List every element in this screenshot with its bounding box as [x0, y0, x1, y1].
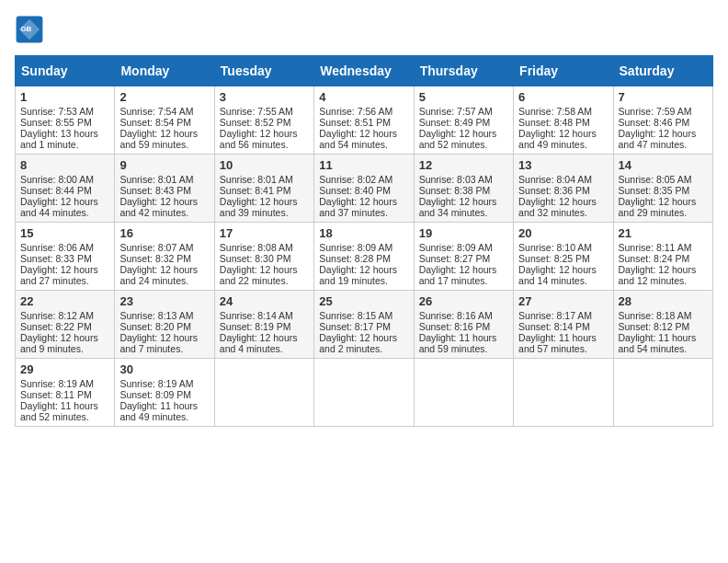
sunrise-text: Sunrise: 7:58 AM	[518, 106, 592, 117]
day-number: 15	[20, 226, 109, 240]
sunset-text: Sunset: 8:30 PM	[220, 253, 291, 264]
sunset-text: Sunset: 8:32 PM	[119, 253, 191, 264]
day-number: 1	[20, 90, 109, 104]
daylight-text: Daylight: 12 hours and 12 minutes.	[619, 264, 697, 286]
sunrise-text: Sunrise: 8:07 AM	[119, 242, 193, 253]
calendar-cell: 6 Sunrise: 7:58 AM Sunset: 8:48 PM Dayli…	[514, 86, 613, 155]
calendar-cell: 16 Sunrise: 8:07 AM Sunset: 8:32 PM Dayl…	[115, 223, 214, 291]
calendar-cell: 10 Sunrise: 8:01 AM Sunset: 8:41 PM Dayl…	[214, 155, 313, 223]
daylight-text: Daylight: 12 hours and 54 minutes.	[319, 128, 397, 150]
day-number: 2	[119, 90, 209, 104]
weekday-header: Thursday	[414, 56, 513, 86]
weekday-header: Sunday	[16, 56, 115, 86]
day-number: 20	[518, 226, 608, 240]
day-number: 22	[20, 294, 109, 308]
calendar-cell	[314, 359, 414, 427]
sunset-text: Sunset: 8:51 PM	[319, 117, 391, 128]
calendar-week-row: 29 Sunrise: 8:19 AM Sunset: 8:11 PM Dayl…	[16, 359, 713, 427]
sunset-text: Sunset: 8:54 PM	[119, 117, 191, 128]
day-number: 4	[319, 90, 408, 104]
calendar-cell: 5 Sunrise: 7:57 AM Sunset: 8:49 PM Dayli…	[414, 86, 513, 155]
daylight-text: Daylight: 12 hours and 56 minutes.	[220, 128, 298, 150]
sunrise-text: Sunrise: 8:16 AM	[419, 310, 493, 321]
sunset-text: Sunset: 8:41 PM	[220, 185, 291, 196]
sunrise-text: Sunrise: 8:08 AM	[220, 242, 293, 253]
daylight-text: Daylight: 12 hours and 47 minutes.	[619, 128, 697, 150]
day-number: 13	[518, 158, 608, 172]
daylight-text: Daylight: 12 hours and 17 minutes.	[419, 264, 497, 286]
day-number: 29	[20, 362, 109, 376]
day-number: 27	[518, 294, 608, 308]
sunrise-text: Sunrise: 8:03 AM	[419, 174, 493, 185]
sunrise-text: Sunrise: 7:55 AM	[220, 106, 293, 117]
sunrise-text: Sunrise: 8:11 AM	[619, 242, 692, 253]
calendar-cell	[613, 359, 712, 427]
sunset-text: Sunset: 8:33 PM	[20, 253, 92, 264]
day-number: 26	[419, 294, 508, 308]
weekday-header: Saturday	[613, 56, 712, 86]
sunrise-text: Sunrise: 7:54 AM	[119, 106, 193, 117]
sunrise-text: Sunrise: 8:04 AM	[518, 174, 592, 185]
daylight-text: Daylight: 12 hours and 24 minutes.	[119, 264, 198, 286]
calendar-week-row: 1 Sunrise: 7:53 AM Sunset: 8:55 PM Dayli…	[16, 86, 713, 155]
day-number: 11	[319, 158, 408, 172]
logo-icon: GB	[15, 15, 44, 44]
daylight-text: Daylight: 11 hours and 54 minutes.	[619, 332, 697, 354]
logo: GB	[15, 15, 48, 44]
weekday-header: Wednesday	[314, 56, 414, 86]
sunset-text: Sunset: 8:09 PM	[119, 389, 191, 400]
sunset-text: Sunset: 8:28 PM	[319, 253, 391, 264]
day-number: 5	[419, 90, 508, 104]
daylight-text: Daylight: 12 hours and 7 minutes.	[119, 332, 198, 354]
calendar-cell: 21 Sunrise: 8:11 AM Sunset: 8:24 PM Dayl…	[613, 223, 712, 291]
daylight-text: Daylight: 12 hours and 52 minutes.	[419, 128, 497, 150]
calendar-cell	[514, 359, 613, 427]
weekday-header-row: SundayMondayTuesdayWednesdayThursdayFrid…	[16, 56, 713, 86]
day-number: 16	[119, 226, 209, 240]
calendar-cell: 20 Sunrise: 8:10 AM Sunset: 8:25 PM Dayl…	[514, 223, 613, 291]
sunset-text: Sunset: 8:25 PM	[518, 253, 590, 264]
daylight-text: Daylight: 12 hours and 22 minutes.	[220, 264, 298, 286]
calendar-cell: 4 Sunrise: 7:56 AM Sunset: 8:51 PM Dayli…	[314, 86, 414, 155]
calendar-cell: 26 Sunrise: 8:16 AM Sunset: 8:16 PM Dayl…	[414, 291, 513, 359]
calendar-cell: 29 Sunrise: 8:19 AM Sunset: 8:11 PM Dayl…	[16, 359, 115, 427]
daylight-text: Daylight: 12 hours and 37 minutes.	[319, 196, 397, 218]
sunset-text: Sunset: 8:22 PM	[20, 321, 92, 332]
day-number: 24	[220, 294, 309, 308]
daylight-text: Daylight: 11 hours and 52 minutes.	[20, 400, 98, 422]
day-number: 23	[119, 294, 209, 308]
calendar-cell: 28 Sunrise: 8:18 AM Sunset: 8:12 PM Dayl…	[613, 291, 712, 359]
day-number: 8	[20, 158, 109, 172]
sunset-text: Sunset: 8:17 PM	[319, 321, 391, 332]
calendar-cell	[214, 359, 313, 427]
sunrise-text: Sunrise: 8:17 AM	[518, 310, 592, 321]
daylight-text: Daylight: 13 hours and 1 minute.	[20, 128, 98, 150]
calendar-week-row: 15 Sunrise: 8:06 AM Sunset: 8:33 PM Dayl…	[16, 223, 713, 291]
weekday-header: Monday	[115, 56, 214, 86]
calendar-cell: 8 Sunrise: 8:00 AM Sunset: 8:44 PM Dayli…	[16, 155, 115, 223]
day-number: 25	[319, 294, 408, 308]
weekday-header: Tuesday	[214, 56, 313, 86]
calendar-cell: 23 Sunrise: 8:13 AM Sunset: 8:20 PM Dayl…	[115, 291, 214, 359]
sunset-text: Sunset: 8:20 PM	[119, 321, 191, 332]
sunrise-text: Sunrise: 8:01 AM	[220, 174, 293, 185]
daylight-text: Daylight: 12 hours and 29 minutes.	[619, 196, 697, 218]
sunset-text: Sunset: 8:35 PM	[619, 185, 690, 196]
sunset-text: Sunset: 8:11 PM	[20, 389, 92, 400]
sunrise-text: Sunrise: 7:56 AM	[319, 106, 392, 117]
calendar-cell: 3 Sunrise: 7:55 AM Sunset: 8:52 PM Dayli…	[214, 86, 313, 155]
sunset-text: Sunset: 8:12 PM	[619, 321, 690, 332]
calendar-cell: 7 Sunrise: 7:59 AM Sunset: 8:46 PM Dayli…	[613, 86, 712, 155]
sunset-text: Sunset: 8:40 PM	[319, 185, 391, 196]
sunrise-text: Sunrise: 8:01 AM	[119, 174, 193, 185]
calendar-cell: 15 Sunrise: 8:06 AM Sunset: 8:33 PM Dayl…	[16, 223, 115, 291]
calendar-cell: 22 Sunrise: 8:12 AM Sunset: 8:22 PM Dayl…	[16, 291, 115, 359]
daylight-text: Daylight: 12 hours and 59 minutes.	[119, 128, 198, 150]
daylight-text: Daylight: 12 hours and 49 minutes.	[518, 128, 597, 150]
daylight-text: Daylight: 12 hours and 42 minutes.	[119, 196, 198, 218]
sunrise-text: Sunrise: 8:19 AM	[20, 378, 94, 389]
calendar-cell: 1 Sunrise: 7:53 AM Sunset: 8:55 PM Dayli…	[16, 86, 115, 155]
calendar-cell: 14 Sunrise: 8:05 AM Sunset: 8:35 PM Dayl…	[613, 155, 712, 223]
calendar-cell: 17 Sunrise: 8:08 AM Sunset: 8:30 PM Dayl…	[214, 223, 313, 291]
sunrise-text: Sunrise: 8:06 AM	[20, 242, 94, 253]
